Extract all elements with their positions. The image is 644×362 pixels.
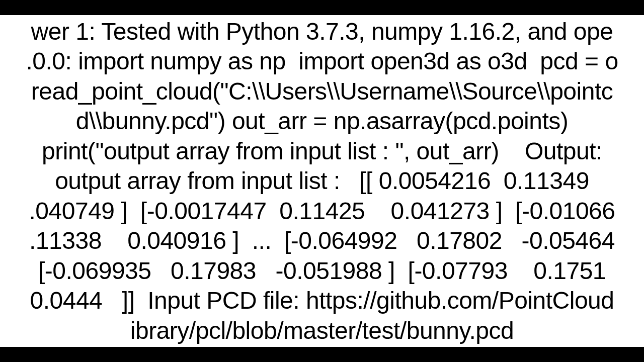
- text-line-2: .0.0: import numpy as np import open3d a…: [26, 48, 618, 74]
- text-line-4: d\\bunny.pcd") out_arr = np.asarray(pcd.…: [76, 108, 569, 134]
- text-line-9: [-0.069935 0.17983 -0.051988 ] [-0.07793…: [38, 257, 606, 284]
- text-line-7: .040749 ] [-0.0017447 0.11425 0.041273 ]…: [29, 198, 615, 224]
- text-line-8: .11338 0.040916 ] ... [-0.064992 0.17802…: [29, 227, 615, 254]
- text-line-3: read_point_cloud("C:\\Users\\Username\\S…: [31, 78, 613, 105]
- text-line-10: 0.0444 ]] Input PCD file: https://github…: [30, 287, 614, 314]
- content-area: wer 1: Tested with Python 3.7.3, numpy 1…: [0, 15, 644, 347]
- text-line-5: print("output array from input list : ",…: [42, 138, 602, 164]
- text-line-11: ibrary/pcl/blob/master/test/bunny.pcd: [130, 317, 514, 344]
- text-line-1: wer 1: Tested with Python 3.7.3, numpy 1…: [31, 18, 613, 45]
- answer-text: wer 1: Tested with Python 3.7.3, numpy 1…: [0, 17, 644, 346]
- text-line-6: output array from input list : [[ 0.0054…: [55, 167, 589, 194]
